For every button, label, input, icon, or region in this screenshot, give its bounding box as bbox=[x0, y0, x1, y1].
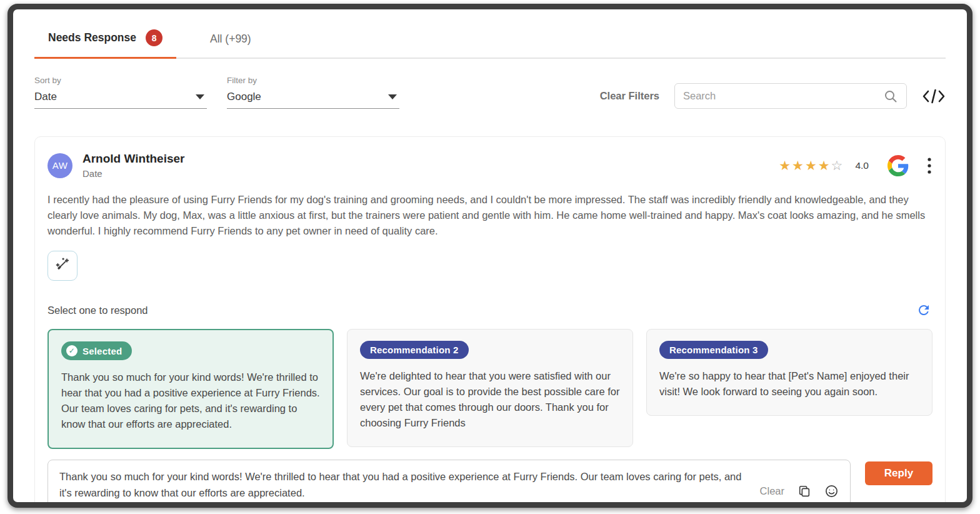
recommendation-card-selected[interactable]: Selected Thank you so much for your kind… bbox=[48, 329, 334, 449]
magic-wand-icon bbox=[54, 256, 71, 275]
review-date: Date bbox=[82, 168, 184, 179]
recommendation-text: We're so happy to hear that [Pet's Name]… bbox=[659, 368, 919, 400]
chevron-down-icon bbox=[388, 94, 397, 99]
review-text: I recently had the pleasure of using Fur… bbox=[48, 192, 932, 239]
response-prompt-row: Select one to respond bbox=[48, 301, 932, 319]
filter-toolbar-right: Clear Filters bbox=[600, 83, 946, 109]
review-card: AW Arnold Wintheiser Date ★★★★☆ 4.0 bbox=[34, 136, 946, 508]
selected-badge-label: Selected bbox=[82, 346, 122, 356]
tab-needs-response[interactable]: Needs Response 8 bbox=[34, 26, 176, 59]
app-window: Needs Response 8 All (+99) Sort by Date … bbox=[8, 4, 972, 508]
filter-toolbar: Sort by Date Filter by Google Clear Filt… bbox=[34, 76, 946, 109]
recommendation-3-badge: Recommendation 3 bbox=[659, 341, 768, 359]
sort-by-value: Date bbox=[34, 91, 57, 103]
reply-button[interactable]: Reply bbox=[865, 461, 932, 485]
avatar: AW bbox=[48, 153, 72, 178]
copy-icon[interactable] bbox=[798, 485, 811, 498]
rating-value: 4.0 bbox=[855, 160, 869, 171]
reviewer-info: Arnold Wintheiser Date bbox=[82, 152, 184, 179]
clear-filters-button[interactable]: Clear Filters bbox=[600, 90, 659, 102]
recommendation-text: Thank you so much for your kind words! W… bbox=[61, 370, 320, 432]
filter-by-select[interactable]: Google bbox=[227, 89, 399, 109]
star-rating: ★★★★☆ bbox=[779, 158, 844, 173]
recommendation-2-badge: Recommendation 2 bbox=[360, 341, 469, 359]
check-icon bbox=[66, 345, 78, 356]
review-header: AW Arnold Wintheiser Date ★★★★☆ 4.0 bbox=[48, 152, 932, 179]
recommendation-text: We're delighted to hear that you were sa… bbox=[360, 368, 620, 431]
recommendation-card-2[interactable]: Recommendation 2 We're delighted to hear… bbox=[347, 329, 633, 447]
recommendation-card-3[interactable]: Recommendation 3 We're so happy to hear … bbox=[646, 329, 932, 416]
reply-controls: Clear bbox=[760, 471, 839, 508]
search-input[interactable] bbox=[683, 90, 883, 102]
search-icon[interactable] bbox=[883, 89, 898, 104]
needs-response-count-badge: 8 bbox=[146, 29, 162, 46]
select-prompt-label: Select one to respond bbox=[48, 305, 148, 316]
sort-by-label: Sort by bbox=[34, 76, 207, 85]
sort-by-select[interactable]: Date bbox=[34, 89, 207, 109]
tab-bar: Needs Response 8 All (+99) bbox=[34, 26, 946, 59]
tab-all[interactable]: All (+99) bbox=[204, 29, 258, 58]
tab-needs-response-label: Needs Response bbox=[48, 31, 136, 44]
reviewer-name: Arnold Wintheiser bbox=[82, 152, 184, 166]
empty-star: ☆ bbox=[831, 158, 844, 173]
search-box bbox=[674, 83, 907, 109]
filter-by-value: Google bbox=[227, 91, 261, 103]
embed-code-icon[interactable] bbox=[922, 88, 946, 105]
selected-badge: Selected bbox=[61, 341, 132, 360]
refresh-recommendations-icon[interactable] bbox=[915, 301, 932, 319]
google-logo-icon bbox=[888, 155, 909, 176]
reply-text: Thank you so much for your kind words! W… bbox=[59, 468, 749, 508]
recommendation-grid: Selected Thank you so much for your kind… bbox=[48, 329, 932, 449]
more-options-icon[interactable] bbox=[926, 156, 932, 175]
clear-reply-button[interactable]: Clear bbox=[760, 485, 784, 497]
reply-textarea[interactable]: Thank you so much for your kind words! W… bbox=[48, 460, 851, 508]
filter-by-group: Filter by Google bbox=[227, 76, 399, 109]
generate-response-button[interactable] bbox=[48, 251, 78, 281]
filled-stars: ★★★★ bbox=[779, 158, 831, 173]
emoji-icon[interactable] bbox=[824, 484, 839, 498]
reply-row: Thank you so much for your kind words! W… bbox=[48, 460, 932, 508]
review-header-right: ★★★★☆ 4.0 bbox=[779, 155, 932, 176]
tab-all-label: All (+99) bbox=[210, 33, 251, 46]
chevron-down-icon bbox=[196, 94, 204, 99]
filter-by-label: Filter by bbox=[227, 76, 399, 85]
sort-by-group: Sort by Date bbox=[34, 76, 207, 109]
